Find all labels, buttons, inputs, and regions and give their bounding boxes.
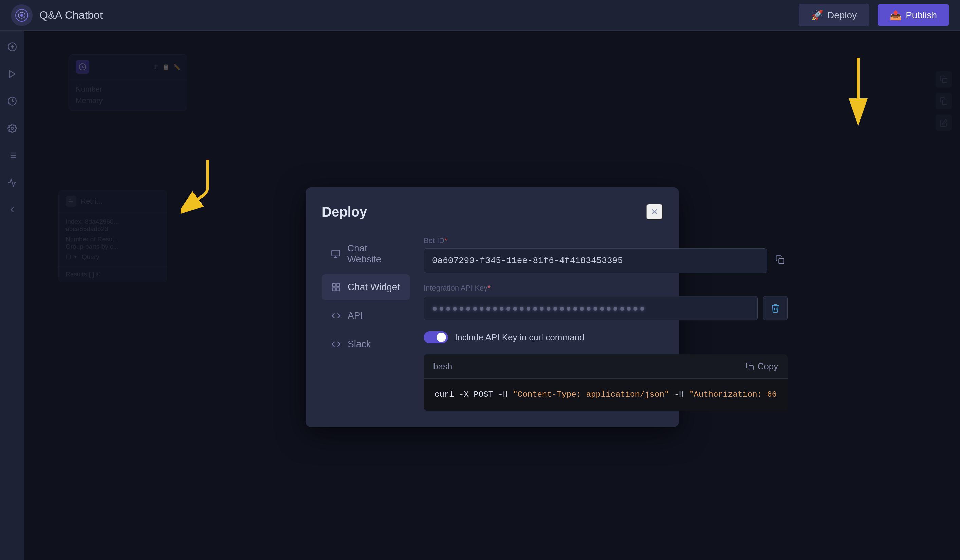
- bot-id-group: Bot ID*: [424, 236, 787, 273]
- deploy-label: Deploy: [827, 10, 857, 21]
- svg-rect-29: [333, 288, 335, 291]
- sidebar-item-history[interactable]: [4, 93, 20, 109]
- svg-rect-24: [332, 250, 340, 256]
- api-key-toggle[interactable]: [424, 331, 448, 344]
- modal-header: Deploy: [322, 204, 662, 220]
- svg-point-7: [11, 127, 13, 130]
- code-header: bash Copy: [424, 354, 787, 379]
- code-block: bash Copy curl -X POST -H "Content-Type:…: [424, 354, 787, 411]
- code-h2: -H: [669, 390, 689, 399]
- nav-item-slack[interactable]: Slack: [322, 331, 410, 357]
- copy-label: Copy: [757, 361, 778, 372]
- code-content-type: "Content-Type: application/json": [513, 390, 669, 399]
- sidebar-item-add[interactable]: [4, 39, 20, 55]
- chat-website-icon: [330, 248, 342, 260]
- code-language: bash: [433, 361, 452, 372]
- deploy-modal: Deploy Chat Website: [306, 187, 679, 427]
- deploy-icon: 🚀: [811, 10, 823, 21]
- svg-rect-30: [337, 288, 339, 291]
- publish-button[interactable]: 📤 Publish: [877, 4, 949, 26]
- bot-id-row: [424, 248, 787, 273]
- chat-widget-icon: [330, 281, 342, 293]
- modal-close-button[interactable]: [646, 204, 662, 220]
- nav-item-chat-widget[interactable]: Chat Widget: [322, 274, 410, 300]
- sidebar-item-flow[interactable]: [4, 174, 20, 191]
- bot-id-copy-button[interactable]: [773, 252, 787, 269]
- top-bar: Q&A Chatbot 🚀 Deploy 📤 Publish: [0, 0, 960, 30]
- api-label: API: [347, 310, 363, 321]
- svg-rect-31: [779, 258, 784, 263]
- api-key-input[interactable]: ●●●●●●●●●●●●●●●●●●●●●●●●●●●●●●●●: [424, 296, 758, 320]
- api-key-row: ●●●●●●●●●●●●●●●●●●●●●●●●●●●●●●●●: [424, 296, 787, 320]
- deploy-button[interactable]: 🚀 Deploy: [799, 4, 869, 26]
- deploy-content: Bot ID* Integration API Key*: [424, 236, 787, 411]
- top-bar-right: 🚀 Deploy 📤 Publish: [799, 4, 949, 26]
- publish-icon: 📤: [890, 10, 902, 21]
- modal-body: Chat Website Chat Widget: [322, 236, 662, 411]
- app-title: Q&A Chatbot: [39, 9, 103, 21]
- chat-website-label: Chat Website: [347, 243, 402, 265]
- api-key-delete-button[interactable]: [763, 296, 787, 320]
- code-curl: curl -X POST -H: [435, 390, 513, 399]
- api-key-group: Integration API Key* ●●●●●●●●●●●●●●●●●●●…: [424, 284, 787, 320]
- main-canvas: 🗑 📋 ✏️ Number Memory Retri... Index: 8da…: [24, 30, 960, 560]
- publish-label: Publish: [906, 10, 937, 21]
- toggle-label: Include API Key in curl command: [455, 332, 584, 343]
- sidebar: [0, 30, 24, 560]
- deploy-nav: Chat Website Chat Widget: [322, 236, 410, 411]
- sidebar-item-settings[interactable]: [4, 120, 20, 136]
- sidebar-item-play[interactable]: [4, 66, 20, 82]
- code-content: curl -X POST -H "Content-Type: applicati…: [424, 379, 787, 411]
- slack-label: Slack: [347, 339, 371, 350]
- top-bar-left: Q&A Chatbot: [11, 5, 103, 26]
- api-icon: [330, 310, 342, 322]
- nav-item-api[interactable]: API: [322, 303, 410, 328]
- bot-id-label: Bot ID*: [424, 236, 787, 245]
- modal-title: Deploy: [322, 204, 367, 219]
- svg-rect-28: [337, 284, 339, 286]
- svg-rect-32: [749, 366, 753, 370]
- svg-rect-27: [333, 284, 335, 286]
- slack-icon: [330, 338, 342, 350]
- code-copy-button[interactable]: Copy: [746, 361, 778, 372]
- api-key-label: Integration API Key*: [424, 284, 787, 293]
- nav-item-chat-website[interactable]: Chat Website: [322, 236, 410, 272]
- sidebar-item-list[interactable]: [4, 147, 20, 163]
- chat-widget-label: Chat Widget: [347, 282, 400, 293]
- svg-point-1: [20, 14, 23, 17]
- toggle-row: Include API Key in curl command: [424, 331, 787, 344]
- sidebar-item-back[interactable]: [4, 202, 20, 218]
- bot-id-input[interactable]: [424, 248, 767, 273]
- code-auth: "Authorization: 66: [689, 390, 777, 399]
- svg-marker-5: [9, 70, 14, 78]
- api-key-masked: ●●●●●●●●●●●●●●●●●●●●●●●●●●●●●●●●: [432, 303, 646, 314]
- app-logo: [11, 5, 33, 26]
